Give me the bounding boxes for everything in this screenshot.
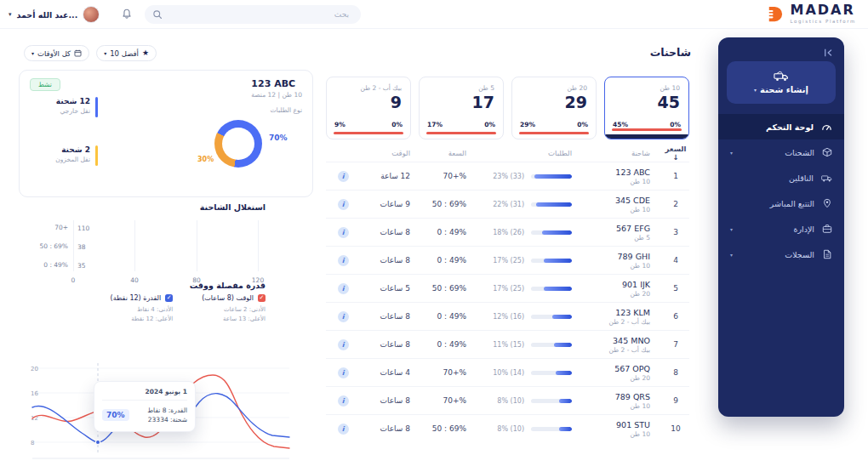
truck-summary-card: 123 ABC 10 طن | 12 منصة نشط نوع الطلبات … [19,70,313,197]
truck-name: 123 ABC [584,168,650,177]
rank-cell: 9 [662,396,689,405]
dashboard-icon [821,122,832,133]
orders-label: 12% (16) [493,313,524,321]
box-icon [822,147,832,157]
truck-name: 567 OPQ [584,364,650,373]
truck-name: 567 EFG [584,224,650,233]
info-icon[interactable]: i [338,255,349,266]
time-range-filter-label: كل الأوقات [37,49,71,58]
capacity-time-title: قدرة مفصلة ووقت [19,281,266,290]
kpi-pct-zero: 0% [484,121,495,128]
capacity-cell: 0 : 49% [414,256,468,264]
time-checkbox[interactable]: ✓ [258,294,266,302]
truck-cell: 345 CDE10 طن [580,196,662,213]
info-icon[interactable]: i [338,311,349,322]
table-row[interactable]: 2 345 CDE10 طن 22% (31) 50 : 69% 9 ساعات… [326,190,689,218]
trucks-table: السعر ↓ شاحنة الطلبات السعة الوقت 1 123 … [326,145,689,442]
capacity-cell: 0 : 49% [414,312,468,321]
info-icon[interactable]: i [338,395,349,407]
user-name: عبد الله أحمد... [17,10,78,20]
table-row[interactable]: 10 901 STU10 طن 8% (10) 50 : 69% 8 ساعات… [326,414,689,442]
time-cell: 8 ساعات [356,256,414,264]
truck-subtitle: 10 طن [584,178,650,185]
y-tick: 20 [31,366,38,372]
rank-header[interactable]: السعر ↓ [662,145,689,162]
kpi-card-10ton[interactable]: 10 طن 45 0%45% [604,77,689,139]
orders-progress-bar [531,399,572,403]
kpi-pct-main: 9% [334,121,345,128]
time-cell: 8 ساعات [356,424,414,433]
table-row[interactable]: 1 123 ABC10 طن 23% (33) 70+% 12 ساعة i [326,162,689,190]
info-icon[interactable]: i [338,339,349,350]
info-icon[interactable]: i [338,367,349,378]
chart-tooltip: 1 يونيو 2024 القدرة: 8 نقاط شحنة: 23334 … [94,381,196,432]
top-10-filter[interactable]: ★ أفضل 10 ▾ [96,45,157,61]
orders-cell: 11% (15) [468,341,580,349]
capacity-cell: 0 : 49% [414,340,468,349]
time-cell: 5 ساعات [356,284,414,293]
orders-label: 22% (31) [493,201,524,208]
top-10-filter-label: أفضل 10 [110,49,139,58]
sidebar-item-administration[interactable]: الإدارة ▾ [718,216,844,242]
rank-cell: 3 [662,228,689,236]
utilization-chart: 70+ 50 : 69% 0 : 49% 110 38 35 0 40 80 1… [19,220,274,287]
kpi-card-20ton[interactable]: 20 طن 29 0%29% [511,77,597,139]
capacity-series-group: ✓ القدرة (12 نقطة) الأدنى: 4 نقاط الأعلى… [111,294,174,322]
info-icon[interactable]: i [338,199,349,210]
donut-legend: 12 شحنةنقل خارجي 2 شحنةنقل المخزون [30,97,98,194]
info-icon[interactable]: i [338,283,349,294]
legend-count: 2 شحنة [55,145,90,154]
kpi-card-pickup-2ton[interactable]: بيك أب - 2 طن 9 0%9% [326,77,411,139]
user-menu[interactable]: ▾ عبد الله أحمد... [9,6,100,23]
utilization-title: استغلال الشاحنة [19,202,266,212]
table-row[interactable]: 6 123 KLMبيك أب - 2 طن 12% (16) 0 : 49% … [326,302,689,330]
orders-header[interactable]: الطلبات [468,149,580,157]
time-range-filter[interactable]: كل الأوقات ▾ [24,45,89,61]
info-icon[interactable]: i [338,424,349,435]
table-header: السعر ↓ شاحنة الطلبات السعة الوقت [326,145,689,162]
legend-count: 12 شحنة [56,97,90,105]
chevron-down-icon: ▾ [730,226,733,232]
donut-secondary-percent: 30% [197,156,214,163]
bar-category-label: 0 : 49% [19,261,68,269]
sidebar-menu: لوحة التحكم الشحنات ▾ الناقلين التتبع ال… [718,114,844,267]
sidebar-item-live-tracking[interactable]: التتبع المباشر [718,191,844,216]
capacity-checkbox[interactable]: ✓ [165,294,173,302]
table-row[interactable]: 7 345 MNOبيك أب - 2 طن 11% (15) 0 : 49% … [326,330,689,358]
table-row[interactable]: 9 789 QRS10 طن 8% (10) 70+% 8 ساعات i [326,386,689,414]
table-row[interactable]: 5 901 IJK20 طن 17% (25) 50 : 69% 5 ساعات… [326,274,689,302]
sidebar-item-carriers[interactable]: الناقلين [718,165,844,191]
truck-subtitle: 5 طن [584,234,650,242]
notifications-button[interactable] [121,8,133,24]
kpi-card-5ton[interactable]: 5 طن 17 0%17% [419,77,504,139]
truck-subtitle: بيك أب - 2 طن [584,346,650,354]
table-row[interactable]: 3 567 EFG5 طن 18% (26) 0 : 49% 8 ساعات i [326,218,689,246]
kpi-pct-main: 29% [520,121,535,128]
time-header[interactable]: الوقت [356,149,414,157]
create-shipment-button[interactable]: إنشاء شحنة ▾ [727,61,836,104]
time-cell: 4 ساعات [356,368,414,377]
sidebar-item-label: الإدارة [794,225,815,234]
avatar[interactable] [83,6,100,23]
truck-header[interactable]: شاحنة [580,149,662,157]
sidebar-collapse-button[interactable] [824,45,834,61]
time-cell: 8 ساعات [356,228,414,236]
table-row[interactable]: 4 789 GHI10 طن 17% (25) 0 : 49% 8 ساعات … [326,246,689,274]
orders-cell: 23% (33) [468,173,580,180]
capacity-cell: 50 : 69% [414,200,468,208]
table-row[interactable]: 8 567 OPQ20 طن 10% (14) 70+% 4 ساعات i [326,358,689,386]
search-input[interactable] [145,5,361,24]
orders-progress-bar [531,174,572,179]
kpi-pct-zero: 0% [670,121,681,128]
truck-name: 345 CDE [584,196,650,205]
sidebar-item-records[interactable]: السجلات ▾ [718,242,844,267]
info-icon[interactable]: i [338,171,349,182]
capacity-header[interactable]: السعة [414,149,468,157]
orders-progress-bar [531,371,572,375]
y-tick: 8 [31,440,34,446]
sidebar-item-shipments[interactable]: الشحنات ▾ [718,139,844,165]
time-max: الأعلى: 13 ساعة [202,316,266,322]
info-icon[interactable]: i [338,227,349,238]
truck-subtitle: بيك أب - 2 طن [584,318,650,326]
sidebar-item-dashboard[interactable]: لوحة التحكم [718,114,844,139]
